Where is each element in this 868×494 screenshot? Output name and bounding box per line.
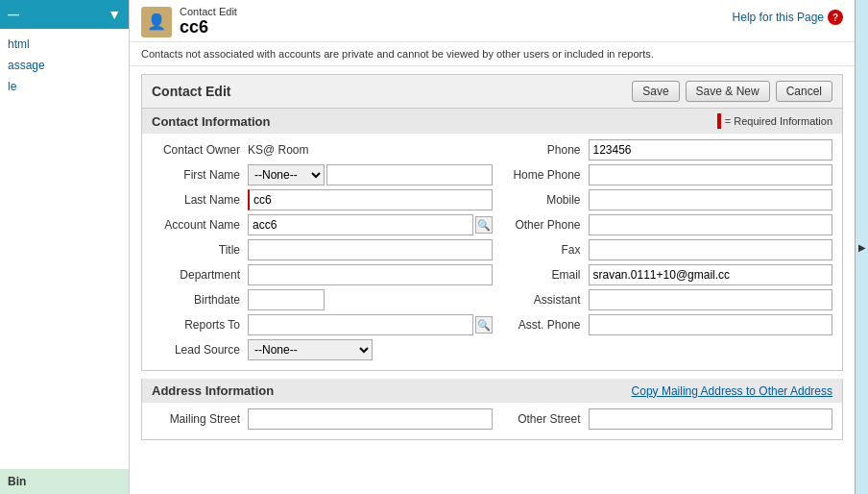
home-phone-input[interactable] [589, 164, 833, 185]
asst-phone-label: Asst. Phone [493, 318, 589, 332]
sidebar-nav: html assage le [0, 29, 129, 469]
address-section: Address Information Copy Mailing Address… [141, 379, 843, 440]
fax-wrapper [589, 239, 833, 260]
email-input[interactable]: sravan.0111+10@gmail.cc [589, 264, 833, 285]
sidebar-item-le[interactable]: le [0, 76, 129, 97]
reports-to-lookup-icon[interactable]: 🔍 [475, 316, 493, 333]
home-phone-wrapper [589, 164, 833, 185]
contact-icon: 👤 [141, 7, 172, 37]
col-home-phone: Home Phone [493, 164, 833, 185]
email-wrapper: sravan.0111+10@gmail.cc [589, 264, 833, 285]
contact-info-header: Contact Information = Required Informati… [142, 109, 842, 134]
main-content: 👤 Contact Edit cc6 Help for this Page ? … [130, 0, 855, 494]
required-bar-icon [717, 113, 721, 129]
save-new-button[interactable]: Save & New [686, 81, 770, 102]
col-last-name: Last Name cc6 [152, 189, 493, 210]
contact-owner-label: Contact Owner [152, 143, 248, 157]
fax-label: Fax [493, 243, 589, 257]
assistant-input[interactable] [589, 289, 833, 310]
row-lead-source: Lead Source --None-- Web Phone Inquiry P… [152, 339, 832, 360]
mobile-label: Mobile [493, 193, 589, 207]
address-body: Mailing Street Other Street [142, 403, 842, 439]
birthdate-input[interactable] [248, 289, 325, 310]
mobile-wrapper [589, 189, 833, 210]
row-mailing-other-street: Mailing Street Other Street [152, 408, 832, 430]
account-lookup-icon[interactable]: 🔍 [475, 216, 493, 234]
info-message: Contacts not associated with accounts ar… [141, 48, 654, 60]
col-mobile: Mobile [493, 189, 833, 210]
form-body: Contact Owner KS@ Room Phone 123456 Firs… [142, 134, 842, 370]
sidebar-item-html[interactable]: html [0, 34, 129, 55]
cancel-button[interactable]: Cancel [776, 81, 832, 102]
col-first-name: First Name --None-- Mr. Ms. Mrs. Dr. Pro… [152, 164, 493, 185]
col-other-phone: Other Phone [493, 214, 833, 235]
mailing-street-label: Mailing Street [152, 412, 248, 426]
col-mailing-street: Mailing Street [152, 408, 493, 430]
address-title: Address Information [152, 383, 274, 398]
header-subtitle: Contact Edit [180, 6, 237, 17]
copy-address-link[interactable]: Copy Mailing Address to Other Address [632, 384, 832, 398]
sidebar-top-dropdown[interactable]: — ▼ [0, 0, 129, 29]
help-link[interactable]: Help for this Page ? [733, 10, 843, 25]
sidebar-bin[interactable]: Bin [0, 469, 129, 494]
department-input[interactable] [248, 264, 493, 285]
mobile-input[interactable] [589, 189, 833, 210]
row-contact-owner-phone: Contact Owner KS@ Room Phone 123456 [152, 139, 832, 161]
contact-owner-value: KS@ Room [248, 143, 493, 157]
account-name-input[interactable]: acc6 [248, 214, 473, 235]
phone-input[interactable]: 123456 [589, 139, 833, 161]
mailing-street-wrapper [248, 408, 493, 430]
col-account-name: Account Name acc6 🔍 [152, 214, 493, 235]
asst-phone-input[interactable] [589, 314, 833, 335]
email-label: Email [493, 268, 589, 282]
row-department-email: Department Email sravan.0111+10@gmail.cc [152, 264, 832, 285]
col-assistant: Assistant [493, 289, 833, 310]
row-lastname-mobile: Last Name cc6 Mobile [152, 189, 832, 210]
col-title: Title [152, 239, 493, 260]
first-name-input[interactable] [326, 164, 493, 185]
sidebar-top-label: — [8, 8, 19, 21]
department-wrapper [248, 264, 493, 285]
first-name-prefix-select[interactable]: --None-- Mr. Ms. Mrs. Dr. Prof. [248, 164, 325, 185]
other-street-input[interactable] [589, 408, 833, 430]
title-input[interactable] [248, 239, 493, 260]
reports-to-wrapper: 🔍 [248, 314, 493, 335]
required-label: = Required Information [725, 115, 832, 127]
contact-info-title: Contact Information [152, 114, 271, 129]
home-phone-label: Home Phone [493, 168, 589, 182]
save-button[interactable]: Save [632, 81, 679, 102]
form-toolbar: Contact Edit Save Save & New Cancel [142, 75, 842, 109]
col-email: Email sravan.0111+10@gmail.cc [493, 264, 833, 285]
info-bar: Contacts not associated with accounts ar… [130, 42, 855, 66]
col-department: Department [152, 264, 493, 285]
header-title-block: Contact Edit cc6 [180, 6, 237, 37]
header-left: 👤 Contact Edit cc6 [141, 6, 237, 37]
row-reportsto-asstphone: Reports To 🔍 Asst. Phone [152, 314, 832, 335]
phone-label: Phone [493, 143, 589, 157]
reports-to-input[interactable] [248, 314, 473, 335]
other-street-label: Other Street [493, 412, 589, 426]
lead-source-wrapper: --None-- Web Phone Inquiry Partner Refer… [248, 339, 493, 360]
sidebar: — ▼ html assage le Bin [0, 0, 130, 494]
row-title-fax: Title Fax [152, 239, 832, 260]
last-name-input[interactable]: cc6 [248, 189, 493, 210]
right-scroll-handle[interactable]: ▶ [855, 0, 868, 494]
row-firstname-homephone: First Name --None-- Mr. Ms. Mrs. Dr. Pro… [152, 164, 832, 185]
birthdate-label: Birthdate [152, 293, 248, 307]
first-name-group: --None-- Mr. Ms. Mrs. Dr. Prof. [248, 164, 493, 185]
row-accountname-otherphone: Account Name acc6 🔍 Other Phone [152, 214, 832, 235]
other-phone-input[interactable] [589, 214, 833, 235]
department-label: Department [152, 268, 248, 282]
other-phone-wrapper [589, 214, 833, 235]
header-bar: 👤 Contact Edit cc6 Help for this Page ? [130, 0, 855, 42]
phone-field-wrapper: 123456 [589, 139, 833, 161]
last-name-label: Last Name [152, 193, 248, 207]
mailing-street-input[interactable] [248, 408, 493, 430]
col-phone: Phone 123456 [493, 139, 833, 161]
sidebar-item-assage[interactable]: assage [0, 55, 129, 76]
account-name-wrapper: acc6 🔍 [248, 214, 493, 235]
lead-source-select[interactable]: --None-- Web Phone Inquiry Partner Refer… [248, 339, 373, 360]
fax-input[interactable] [589, 239, 833, 260]
required-info: = Required Information [717, 113, 832, 129]
col-asst-phone: Asst. Phone [493, 314, 833, 335]
